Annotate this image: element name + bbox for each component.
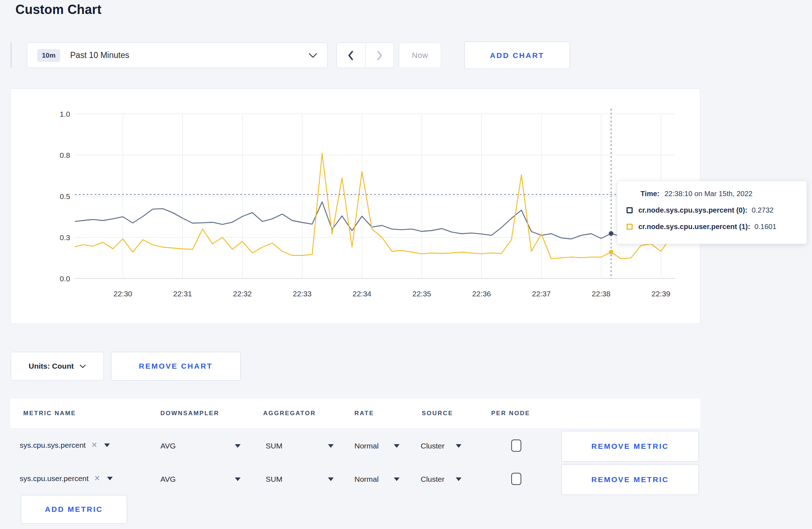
- x-axis-tick-label: 22:30: [113, 290, 132, 298]
- x-axis-tick-label: 22:39: [652, 290, 671, 298]
- chart-plot[interactable]: 1.00.80.50.30.022:3022:3122:3222:3322:34…: [11, 89, 701, 324]
- x-axis-tick-label: 22:36: [472, 290, 491, 298]
- y-axis-tick-label: 0.5: [60, 192, 70, 200]
- caret-down-icon: [235, 444, 241, 448]
- y-axis-tick-label: 0.8: [60, 151, 70, 159]
- tooltip-time-row: Time: 22:38:10 on Mar 15th, 2022: [641, 190, 797, 198]
- x-axis-tick-label: 22:34: [353, 290, 372, 298]
- prev-window-button[interactable]: [337, 43, 366, 68]
- downsampler-select[interactable]: AVG: [160, 475, 241, 484]
- aggregator-select[interactable]: SUM: [266, 475, 334, 484]
- now-button[interactable]: Now: [399, 43, 441, 68]
- tooltip-time-label: Time:: [641, 190, 659, 198]
- remove-metric-button[interactable]: REMOVE METRIC: [561, 464, 699, 495]
- chart-card: 1.00.80.50.30.022:3022:3122:3222:3322:34…: [10, 88, 700, 324]
- series-swatch-sys-icon: [627, 207, 633, 213]
- time-window-pager: [337, 43, 394, 68]
- clear-metric-icon[interactable]: ×: [91, 440, 97, 450]
- chevron-down-icon: [309, 53, 317, 58]
- y-axis-tick-label: 0.3: [60, 233, 70, 242]
- caret-down-icon: [456, 444, 461, 448]
- caret-down-icon: [394, 477, 400, 481]
- rate-select[interactable]: Normal: [354, 442, 400, 450]
- tooltip-series-label: cr.node.sys.cpu.sys.percent (0):: [638, 206, 748, 214]
- metric-name-select[interactable]: sys.cpu.sys.percent ×: [20, 440, 110, 450]
- downsampler-select[interactable]: AVG: [160, 442, 241, 450]
- chevron-right-icon: [375, 50, 384, 61]
- chevron-down-icon: [79, 364, 86, 368]
- tooltip-series-value: 0.2732: [752, 206, 774, 214]
- source-select[interactable]: Cluster: [421, 475, 461, 484]
- per-node-checkbox[interactable]: [511, 440, 521, 452]
- rate-select[interactable]: Normal: [354, 475, 400, 484]
- series-line: [73, 202, 671, 239]
- tooltip-series-row: cr.node.sys.cpu.sys.percent (0): 0.2732: [627, 206, 797, 214]
- col-header-source: SOURCE: [422, 410, 453, 417]
- source-select[interactable]: Cluster: [421, 442, 461, 450]
- col-header-per-node: PER NODE: [491, 410, 530, 417]
- metric-name-select[interactable]: sys.cpu.user.percent ×: [20, 474, 113, 483]
- page-title: Custom Chart: [15, 2, 101, 17]
- time-range-badge: 10m: [37, 49, 60, 62]
- remove-metric-button[interactable]: REMOVE METRIC: [561, 431, 699, 462]
- col-header-rate: RATE: [354, 410, 374, 417]
- add-chart-button[interactable]: ADD CHART: [464, 42, 570, 69]
- caret-down-icon: [235, 477, 241, 481]
- x-axis-tick-label: 22:33: [293, 290, 312, 298]
- caret-down-icon: [104, 443, 110, 447]
- series-line: [73, 153, 671, 258]
- add-metric-button[interactable]: ADD METRIC: [21, 495, 127, 524]
- y-axis-tick-label: 0.0: [60, 275, 70, 283]
- caret-down-icon: [107, 477, 113, 480]
- col-header-metric-name: METRIC NAME: [23, 410, 76, 417]
- caret-down-icon: [394, 444, 400, 448]
- col-header-aggregator: AGGREGATOR: [263, 410, 316, 417]
- chart-tooltip: Time: 22:38:10 on Mar 15th, 2022 cr.node…: [617, 181, 807, 244]
- caret-down-icon: [456, 477, 461, 481]
- hover-marker-dot: [609, 231, 613, 236]
- custom-chart-page: Custom Chart 10m Past 10 Minutes Now ADD…: [0, 0, 812, 529]
- clear-metric-icon[interactable]: ×: [95, 474, 100, 483]
- x-axis-tick-label: 22:31: [173, 290, 192, 298]
- next-window-button[interactable]: [366, 43, 394, 68]
- tooltip-series-value: 0.1601: [754, 223, 776, 231]
- x-axis-tick-label: 22:37: [532, 290, 551, 298]
- series-swatch-user-icon: [627, 224, 633, 230]
- time-range-select[interactable]: 10m Past 10 Minutes: [27, 43, 328, 68]
- tooltip-series-label: cr.node.sys.cpu.user.percent (1):: [638, 223, 750, 231]
- remove-chart-button[interactable]: REMOVE CHART: [111, 352, 241, 380]
- caret-down-icon: [328, 477, 334, 481]
- units-select[interactable]: Units: Count: [11, 352, 104, 380]
- toolbar-left-rule: [11, 43, 11, 68]
- tooltip-series-row: cr.node.sys.cpu.user.percent (1): 0.1601: [627, 223, 797, 231]
- y-axis-tick-label: 1.0: [60, 110, 70, 118]
- per-node-checkbox[interactable]: [511, 473, 521, 485]
- chevron-left-icon: [346, 50, 356, 61]
- aggregator-select[interactable]: SUM: [266, 442, 334, 450]
- caret-down-icon: [328, 444, 334, 448]
- x-axis-tick-label: 22:32: [233, 290, 252, 298]
- x-axis-tick-label: 22:35: [412, 290, 431, 298]
- col-header-downsampler: DOWNSAMPLER: [160, 410, 219, 417]
- tooltip-time-value: 22:38:10 on Mar 15th, 2022: [664, 190, 753, 198]
- hover-marker-dot: [609, 250, 613, 254]
- x-axis-tick-label: 22:38: [592, 290, 611, 298]
- time-range-label: Past 10 Minutes: [70, 50, 129, 60]
